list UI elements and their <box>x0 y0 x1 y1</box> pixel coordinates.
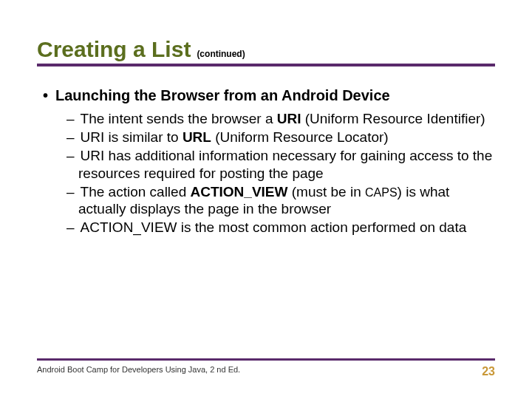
text: The action called <box>81 184 191 200</box>
caps-text: CAPS <box>365 186 398 199</box>
title-row: Creating a List (continued) <box>37 37 495 66</box>
bold-text: URI <box>277 111 301 126</box>
slide: Creating a List (continued) Launching th… <box>0 0 532 399</box>
footer-text: Android Boot Camp for Developers Using J… <box>37 365 240 374</box>
text: (Uniform Resource Locator) <box>211 129 389 145</box>
slide-title: Creating a List <box>37 37 191 62</box>
page-number: 23 <box>482 365 495 378</box>
text: URI is similar to <box>81 129 183 145</box>
sub-item: URI is similar to URL (Uniform Resource … <box>78 129 495 146</box>
text: The intent sends the browser a <box>81 111 277 126</box>
sub-item: The action called ACTION_VIEW (must be i… <box>78 183 495 217</box>
sub-item: ACTION_VIEW is the most common action pe… <box>78 219 495 236</box>
sub-item: URI has additional information necessary… <box>78 147 495 181</box>
sub-list: The intent sends the browser a URI (Unif… <box>41 110 495 236</box>
text: (must be in <box>287 184 365 200</box>
footer: Android Boot Camp for Developers Using J… <box>37 358 495 378</box>
sub-item: The intent sends the browser a URI (Unif… <box>78 110 495 127</box>
bullet-heading: Launching the Browser from an Android De… <box>41 87 495 104</box>
text: (Uniform Resource Identifier) <box>301 111 485 126</box>
bold-text: URL <box>183 129 211 145</box>
slide-subtitle: (continued) <box>197 49 245 59</box>
bold-text: ACTION_VIEW <box>191 184 288 200</box>
slide-body: Launching the Browser from an Android De… <box>37 87 495 236</box>
